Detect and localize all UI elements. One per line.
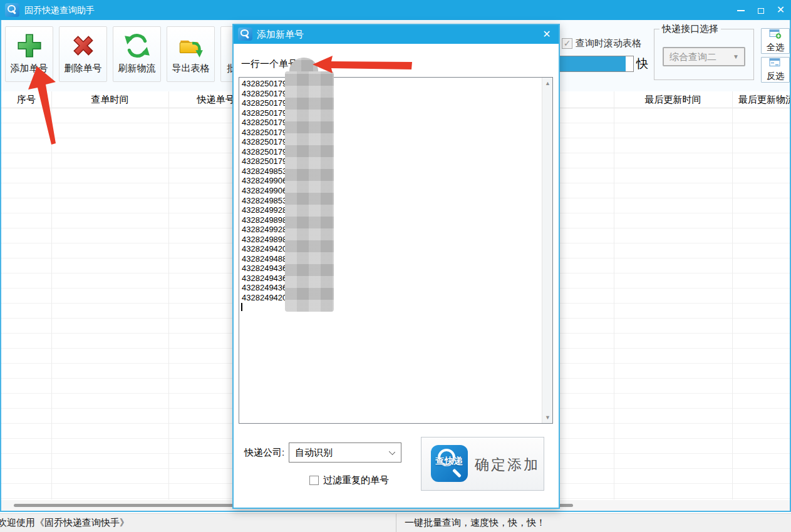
tracking-number-line: 43282501798 (242, 147, 292, 157)
tracking-number-line: 43282494362 (242, 263, 292, 274)
confirm-add-button[interactable]: 查快递 确定添加 (421, 437, 544, 491)
tracking-number-line: 43282501798 (242, 79, 292, 89)
scroll-table-checkbox[interactable]: ✓ 查询时滚动表格 (562, 38, 641, 49)
chevron-down-icon: ▼ (733, 48, 739, 65)
tracking-number-line: 43282501799 (242, 128, 292, 138)
tracking-numbers-list: 4328250179843282501798432825017994328250… (242, 79, 292, 303)
textarea-scrollbar[interactable]: ▲ ▼ (542, 78, 552, 423)
scroll-up-icon[interactable]: ▲ (542, 78, 553, 88)
privacy-blur-blob (285, 71, 334, 312)
refresh-logistics-button[interactable]: 刷新物流 (113, 26, 161, 82)
tracking-number-line: 43282494203 (242, 244, 292, 254)
toolbar-button-label: 添加单号 (6, 63, 53, 74)
toolbar-button-label: 导出表格 (167, 63, 214, 74)
app-logo-icon (5, 3, 19, 17)
logo-text: 查快递 (431, 456, 468, 467)
tracking-number-line: 43282498533 (242, 166, 292, 176)
speed-label: 快 (636, 55, 648, 73)
tracking-number-line: 43282501798 (242, 137, 292, 147)
scroll-down-icon[interactable]: ▼ (542, 412, 553, 422)
window-border (0, 511, 791, 512)
tracking-number-line: 43282499066 (242, 186, 292, 196)
filter-checkbox-label: 过滤重复的单号 (323, 474, 389, 486)
status-slogan-text: 一键批量查询，速度快，快，快！ (405, 517, 545, 529)
chakuaidi-logo-icon: 查快递 (431, 445, 468, 482)
dialog-title-bar: 添加新单号 ✕ (234, 25, 559, 44)
app-title: 固乔快递查询助手 (24, 0, 95, 20)
api-selected-value: 综合查询二 (670, 51, 716, 62)
tracking-number-line: 43282501799 (242, 98, 292, 108)
select-all-label: 全选 (762, 42, 789, 52)
checkbox-unchecked-icon (309, 476, 319, 485)
toolbar-button-label: 删除单号 (59, 63, 106, 74)
window-border (0, 20, 1, 512)
chevron-down-icon (389, 449, 395, 455)
checkbox-checked-icon: ✓ (562, 38, 572, 49)
invert-select-label: 反选 (762, 71, 789, 81)
tracking-number-line: 43282499066 (242, 176, 292, 186)
tracking-number-line: 43282501798 (242, 89, 292, 99)
magnifier-handle (452, 469, 462, 478)
tracking-number-line: 43282494362 (242, 283, 292, 293)
invert-select-icon (769, 58, 782, 68)
app-window: 固乔快递查询助手 ✕ 添加单号 (0, 0, 791, 532)
confirm-add-label: 确定添加 (475, 455, 540, 474)
filter-duplicates-checkbox[interactable]: 过滤重复的单号 (309, 474, 389, 486)
company-selected-value: 自动识别 (295, 447, 333, 458)
dialog-close-button[interactable]: ✕ (537, 25, 556, 44)
dialog-title: 添加新单号 (257, 25, 304, 44)
toolbar-button-label: 刷新物流 (113, 63, 160, 74)
close-button[interactable]: ✕ (770, 0, 791, 20)
api-groupbox: 快递接口选择 综合查询二 ▼ (654, 29, 754, 80)
delete-number-button[interactable]: 删除单号 (59, 26, 107, 82)
select-all-icon (769, 29, 782, 39)
tracking-number-line: 43282501798 (242, 118, 292, 128)
maximize-icon (758, 8, 764, 14)
col-header-last-update-logistics: 最后更新物流 (732, 91, 791, 108)
tracking-number-line: 43282499280 (242, 205, 292, 215)
tracking-number-line: 43282499280 (242, 225, 292, 235)
scroll-checkbox-label: 查询时滚动表格 (576, 38, 641, 49)
tracking-number-line: 43282494203 (242, 293, 292, 303)
tracking-number-line: 43282498987 (242, 235, 292, 245)
dialog-logo-icon (238, 28, 252, 41)
minimize-icon (737, 10, 745, 11)
api-select-dropdown[interactable]: 综合查询二 ▼ (663, 47, 745, 66)
tracking-number-line: 43282494362 (242, 274, 292, 284)
tracking-number-line: 43282494880 (242, 254, 292, 264)
col-header-blank (559, 91, 614, 108)
col-header-query-time: 查单时间 (51, 91, 168, 108)
tracking-number-line: 43282498533 (242, 196, 292, 206)
export-folder-icon (167, 31, 214, 63)
add-numbers-dialog: 添加新单号 ✕ 一行一个单号: 432825017984328250179843… (232, 24, 560, 509)
status-welcome-text: 欢迎使用《固乔快递查询快手》 (0, 517, 129, 529)
tracking-number-line: 43282501799 (242, 108, 292, 118)
status-bar: 欢迎使用《固乔快递查询快手》 一键批量查询，速度快，快，快！ (0, 513, 791, 532)
add-number-button[interactable]: 添加单号 (5, 26, 53, 82)
status-divider (396, 514, 396, 532)
maximize-button[interactable] (752, 0, 770, 20)
col-header-last-update-time: 最后更新时间 (614, 91, 732, 108)
delete-x-icon (59, 31, 106, 63)
tracking-number-line: 43282501798 (242, 156, 292, 166)
invert-select-button[interactable]: 反选 (761, 57, 790, 83)
tracking-number-line: 43282498987 (242, 215, 292, 225)
api-group-label: 快递接口选择 (659, 23, 721, 35)
minimize-button[interactable] (732, 0, 750, 20)
title-bar: 固乔快递查询助手 ✕ (0, 0, 791, 20)
export-table-button[interactable]: 导出表格 (167, 26, 215, 82)
text-caret (241, 303, 242, 311)
company-select-dropdown[interactable]: 自动识别 (289, 442, 401, 463)
select-all-button[interactable]: 全选 (761, 28, 790, 54)
col-header-index: 序号 (1, 91, 51, 108)
add-plus-icon (6, 31, 53, 63)
company-label: 快递公司: (244, 447, 284, 459)
refresh-icon (113, 31, 160, 63)
